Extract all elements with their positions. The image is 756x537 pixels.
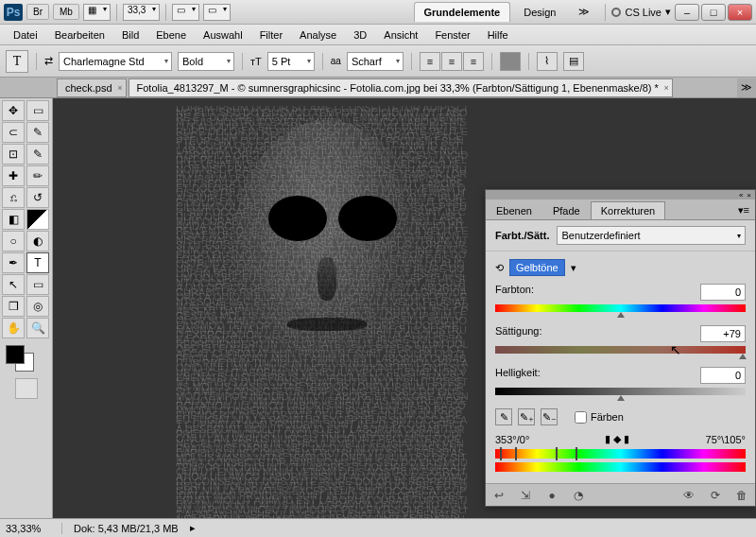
view-previous-icon[interactable]: 👁 <box>681 488 696 503</box>
menu-hilfe[interactable]: Hilfe <box>480 27 516 43</box>
3d-camera-tool[interactable]: ◎ <box>26 296 49 317</box>
zoom-tool[interactable]: 🔍 <box>26 318 49 338</box>
color-swatches[interactable] <box>2 343 50 373</box>
align-left-button[interactable]: ≡ <box>420 52 440 71</box>
marquee-tool[interactable]: ▭ <box>26 100 49 121</box>
arrange-select[interactable]: ▭ <box>172 4 199 21</box>
panel-close-icon[interactable]: × <box>747 191 751 199</box>
slider-thumb[interactable] <box>617 308 625 318</box>
eyedropper-set[interactable]: ✎ <box>495 408 512 425</box>
workspace-more[interactable]: ≫ <box>569 2 599 22</box>
lasso-tool[interactable]: ⊂ <box>2 122 25 143</box>
collapse-icon[interactable]: « <box>739 191 743 199</box>
font-size-field[interactable]: 5 Pt <box>267 52 315 71</box>
channel-dropdown-icon[interactable]: ▾ <box>571 262 576 274</box>
saettigung-slider[interactable] <box>495 346 746 354</box>
align-right-button[interactable]: ≡ <box>463 52 484 71</box>
fg-color-swatch[interactable] <box>6 345 25 364</box>
close-icon[interactable]: × <box>117 83 122 93</box>
slider-thumb[interactable] <box>617 391 625 401</box>
farbton-value[interactable]: 0 <box>700 284 746 301</box>
move-tool[interactable]: ✥ <box>2 100 25 121</box>
character-panel-button[interactable]: ▤ <box>563 52 584 71</box>
expand-icon[interactable]: ⇲ <box>518 488 533 503</box>
panel-header[interactable]: « × <box>486 190 755 199</box>
menu-bearbeiten[interactable]: Bearbeiten <box>47 27 112 43</box>
doc-tab-1[interactable]: check.psd× <box>57 78 127 97</box>
tab-ebenen[interactable]: Ebenen <box>486 201 542 219</box>
trash-icon[interactable]: 🗑 <box>734 488 749 503</box>
workspace-grundelemente[interactable]: Grundelemente <box>414 2 511 22</box>
shape-tool[interactable]: ▭ <box>26 274 49 295</box>
eyedropper-sub[interactable]: ✎₋ <box>541 408 558 425</box>
hand-tool[interactable]: ✋ <box>2 318 25 338</box>
helligkeit-slider[interactable] <box>495 388 746 395</box>
menu-analyse[interactable]: Analyse <box>292 27 344 43</box>
antialias-field[interactable]: Scharf <box>347 52 404 71</box>
eyedropper-add[interactable]: ✎₊ <box>518 408 535 425</box>
healing-tool[interactable]: ✚ <box>2 165 25 186</box>
menu-bild[interactable]: Bild <box>114 27 146 43</box>
crop-tool[interactable]: ⊡ <box>2 144 25 165</box>
eraser-tool[interactable]: ◧ <box>2 209 25 230</box>
type-tool[interactable]: T <box>26 252 49 273</box>
tab-korrekturen[interactable]: Korrekturen <box>591 201 665 219</box>
hue-range-bar-top[interactable] <box>495 449 746 459</box>
menu-filter[interactable]: Filter <box>252 27 290 43</box>
slider-thumb[interactable] <box>739 350 747 359</box>
dodge-tool[interactable]: ◐ <box>26 231 49 251</box>
3d-tool[interactable]: ❒ <box>2 296 25 317</box>
quickselect-tool[interactable]: ✎ <box>26 122 49 143</box>
minimize-button[interactable]: – <box>675 4 699 21</box>
brush-tool[interactable]: ✏ <box>26 165 49 186</box>
saettigung-value[interactable]: +79 <box>700 325 746 342</box>
channel-select[interactable]: Gelbtöne <box>509 259 565 276</box>
stamp-tool[interactable]: ⎌ <box>2 187 25 208</box>
panel-menu-icon[interactable]: ▾≡ <box>732 201 755 219</box>
back-icon[interactable]: ↩ <box>491 488 507 503</box>
status-zoom[interactable]: 33,33% <box>6 523 62 534</box>
hue-range-bar-bottom[interactable] <box>495 462 746 472</box>
range-handles-icon[interactable]: ▮ ◆ ▮ <box>605 433 629 445</box>
scrubby-icon[interactable]: ⟲ <box>495 262 504 274</box>
eyedropper-tool[interactable]: ✎ <box>26 144 49 165</box>
menu-ebene[interactable]: Ebene <box>148 27 194 43</box>
menu-fenster[interactable]: Fenster <box>427 27 477 43</box>
doc-tab-2[interactable]: Fotolia_4813297_M - © sumnersgraphicsinc… <box>129 78 673 97</box>
warp-text-button[interactable]: ⌇ <box>537 52 558 71</box>
align-center-button[interactable]: ≡ <box>441 52 462 71</box>
view-extras-select[interactable]: ▦ <box>83 4 111 21</box>
maximize-button[interactable]: □ <box>701 4 726 21</box>
font-weight-field[interactable]: Bold <box>178 52 234 71</box>
active-tool-icon[interactable]: T <box>6 50 28 73</box>
colorize-check[interactable]: Färben <box>575 411 624 424</box>
colorize-checkbox[interactable] <box>575 411 587 424</box>
cs-live[interactable]: CS Live ▾ <box>611 6 671 18</box>
minibridge-button[interactable]: Mb <box>53 4 79 20</box>
path-select-tool[interactable]: ↖ <box>2 274 25 295</box>
font-family-field[interactable]: Charlemagne Std <box>59 52 172 71</box>
orient-icon[interactable]: ⇄ <box>44 55 53 67</box>
gradient-tool[interactable] <box>26 209 49 230</box>
close-button[interactable]: × <box>728 4 752 21</box>
menu-ansicht[interactable]: Ansicht <box>376 27 425 43</box>
menu-datei[interactable]: Datei <box>6 27 45 43</box>
blur-tool[interactable]: ○ <box>2 231 25 251</box>
quickmask-button[interactable] <box>15 378 38 399</box>
reset-icon[interactable]: ⟳ <box>708 488 723 503</box>
status-menu-icon[interactable]: ▸ <box>190 522 196 534</box>
bridge-button[interactable]: Br <box>26 4 49 20</box>
clip-icon[interactable]: ◔ <box>571 488 586 503</box>
workspace-design[interactable]: Design <box>514 3 565 22</box>
view-icon[interactable]: ● <box>544 488 559 503</box>
menu-3d[interactable]: 3D <box>346 27 374 43</box>
screenmode-select[interactable]: ▭ <box>203 4 231 21</box>
history-brush-tool[interactable]: ↺ <box>26 187 49 208</box>
close-icon[interactable]: × <box>664 83 669 93</box>
farbton-slider[interactable] <box>495 304 746 312</box>
tab-pfade[interactable]: Pfade <box>542 201 591 219</box>
zoom-select[interactable]: 33,3 <box>123 4 160 21</box>
helligkeit-value[interactable]: 0 <box>700 367 746 384</box>
doctabs-scroll-right[interactable]: ≫ <box>737 78 756 97</box>
pen-tool[interactable]: ✒ <box>2 252 25 273</box>
